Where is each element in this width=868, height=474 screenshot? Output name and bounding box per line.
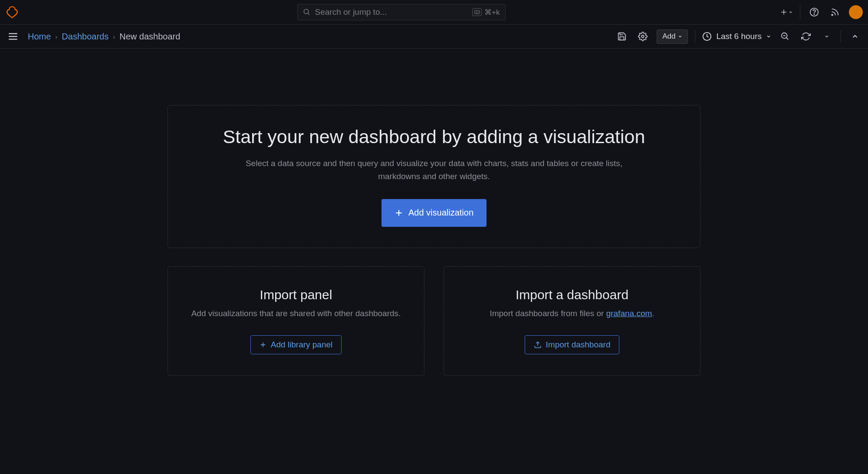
menu-icon (7, 31, 19, 42)
keyboard-icon (472, 8, 482, 16)
import-dashboard-description: Import dashboards from files or grafana.… (490, 307, 654, 320)
plus-icon (395, 209, 403, 217)
time-range-button[interactable]: Last 6 hours (702, 32, 771, 41)
zoom-out-button[interactable] (778, 29, 792, 43)
svg-point-3 (476, 12, 476, 12)
import-panel-title: Import panel (260, 288, 332, 302)
chevron-right-icon: › (55, 33, 57, 40)
hero-description: Select a data source and then query and … (232, 157, 636, 183)
import-panel-description: Add visualizations that are shared with … (191, 307, 401, 320)
topbar: Search or jump to... ⌘+k (0, 0, 868, 25)
menu-toggle[interactable] (6, 29, 20, 43)
import-dashboard-title: Import a dashboard (516, 288, 628, 302)
add-visualization-button[interactable]: Add visualization (381, 199, 487, 227)
search-icon (303, 8, 311, 16)
breadcrumb: Home › Dashboards › New dashboard (28, 32, 180, 42)
chevron-down-icon (789, 10, 793, 14)
gear-icon (638, 32, 648, 41)
secondary-cards: Import panel Add visualizations that are… (168, 266, 700, 376)
create-menu[interactable] (780, 8, 793, 16)
import-dashboard-card: Import a dashboard Import dashboards fro… (444, 266, 700, 376)
chevron-down-icon (678, 34, 682, 39)
add-menu-button[interactable]: Add (657, 29, 688, 44)
plus-icon (260, 341, 266, 348)
search-input[interactable]: Search or jump to... ⌘+k (297, 4, 506, 20)
hero-title: Start your new dashboard by adding a vis… (223, 126, 645, 147)
svg-line-18 (786, 38, 789, 40)
svg-line-1 (308, 13, 309, 15)
hero-card: Start your new dashboard by adding a vis… (168, 105, 700, 248)
search-shortcut: ⌘+k (472, 8, 500, 17)
save-icon (617, 32, 627, 41)
rss-icon (830, 7, 840, 17)
add-library-panel-button[interactable]: Add library panel (250, 335, 342, 354)
grafana-com-link[interactable]: grafana.com (606, 309, 652, 318)
divider (695, 30, 695, 43)
divider (841, 30, 841, 43)
refresh-button[interactable] (799, 29, 813, 43)
divider (800, 6, 800, 19)
import-dashboard-button[interactable]: Import dashboard (525, 335, 620, 354)
help-button[interactable] (807, 5, 821, 19)
settings-button[interactable] (636, 29, 650, 43)
refresh-icon (801, 32, 811, 41)
content: Start your new dashboard by adding a vis… (0, 49, 868, 376)
collapse-button[interactable] (848, 29, 862, 43)
chevron-down-icon (766, 34, 771, 39)
search-placeholder: Search or jump to... (315, 7, 473, 17)
svg-point-10 (814, 14, 814, 14)
save-button[interactable] (615, 29, 629, 43)
news-button[interactable] (828, 5, 842, 19)
topbar-right (780, 5, 863, 19)
breadcrumb-dashboards[interactable]: Dashboards (62, 32, 108, 42)
svg-point-5 (478, 12, 479, 12)
svg-point-11 (832, 14, 833, 16)
svg-point-0 (304, 9, 309, 14)
user-avatar[interactable] (849, 5, 863, 19)
chevron-up-icon (851, 33, 859, 40)
chevron-right-icon: › (113, 33, 115, 40)
zoom-out-icon (780, 32, 790, 41)
refresh-interval-button[interactable] (820, 29, 834, 43)
svg-point-4 (477, 12, 477, 12)
toolbar: Home › Dashboards › New dashboard Add La… (0, 25, 868, 49)
toolbar-right: Add Last 6 hours (615, 29, 862, 44)
plus-icon (780, 8, 788, 16)
breadcrumb-home[interactable]: Home (28, 32, 51, 42)
grafana-icon (6, 6, 18, 19)
breadcrumb-current: New dashboard (119, 32, 180, 42)
chevron-down-icon (824, 34, 829, 39)
grafana-logo[interactable] (5, 5, 19, 19)
svg-point-15 (641, 35, 644, 38)
upload-icon (534, 341, 542, 349)
import-panel-card: Import panel Add visualizations that are… (168, 266, 424, 376)
help-icon (809, 7, 819, 17)
clock-icon (702, 32, 712, 41)
